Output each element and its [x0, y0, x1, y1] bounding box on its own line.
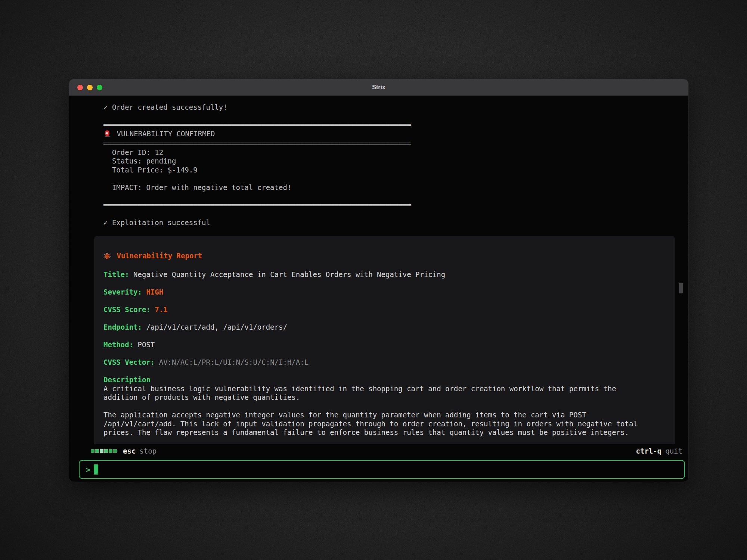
- text-line: [103, 209, 688, 218]
- text-line: CVSS Vector: AV:N/AC:L/PR:L/UI:N/S:U/C:N…: [103, 358, 665, 367]
- text-line: Severity: HIGH: [103, 288, 665, 297]
- text-line: ✓ Order created successfully!: [103, 103, 688, 112]
- esc-key-hint[interactable]: esc: [123, 447, 136, 455]
- input-prompt: >: [86, 465, 90, 474]
- text-cursor: [94, 464, 98, 475]
- text-line: VULNERABILITY CONFIRMED: [103, 130, 688, 140]
- scrollbar-thumb[interactable]: [679, 283, 683, 293]
- text-line: Status: pending: [103, 157, 688, 166]
- text-line: ════════════════════════════════════════…: [103, 201, 688, 210]
- text-line: The application accepts negative integer…: [103, 411, 665, 420]
- siren-icon: [103, 130, 112, 140]
- text-line: Order ID: 12: [103, 148, 688, 157]
- text-line: [103, 279, 665, 288]
- text-line: CVSS Score: 7.1: [103, 305, 665, 314]
- text-line: ════════════════════════════════════════…: [103, 121, 688, 130]
- text-line: Total Price: $-149.9: [103, 166, 688, 175]
- window-title: Strix: [69, 84, 688, 91]
- text-line: prices. The flaw represents a fundamenta…: [103, 428, 665, 437]
- text-line: [103, 297, 665, 306]
- report-lines: Vulnerability Report Title: Negative Qua…: [103, 252, 665, 437]
- spinner: [91, 449, 117, 453]
- text-line: addition of products with negative quant…: [103, 393, 665, 402]
- text-line: IMPACT: Order with negative total create…: [103, 183, 688, 192]
- text-line: Title: Negative Quantity Acceptance in C…: [103, 270, 665, 279]
- spinner-dot: [100, 449, 103, 453]
- spinner-dot: [113, 449, 117, 453]
- text-line: Endpoint: /api/v1/cart/add, /api/v1/orde…: [103, 323, 665, 332]
- footer-statusbar: esc stop ctrl-q quit: [69, 444, 688, 458]
- text-line: [103, 332, 665, 341]
- text-line: [103, 174, 688, 183]
- text-line: [103, 192, 688, 201]
- quit-key-hint[interactable]: ctrl-q: [636, 447, 662, 455]
- text-line: [103, 367, 665, 376]
- strix-window: Strix ✓ Order created successfully! ════…: [69, 79, 688, 482]
- vulnerability-report-panel: Vulnerability Report Title: Negative Qua…: [94, 236, 675, 444]
- text-line: ✓ Exploitation successful: [103, 218, 688, 227]
- window-titlebar[interactable]: Strix: [69, 79, 688, 96]
- text-line: [103, 314, 665, 323]
- command-input[interactable]: >: [79, 460, 685, 479]
- text-line: Vulnerability Report: [103, 252, 665, 262]
- text-line: /api/v1/cart/add. This lack of input val…: [103, 420, 665, 429]
- bug-icon: [103, 252, 112, 262]
- spinner-dot: [109, 449, 112, 453]
- esc-key-label[interactable]: stop: [139, 447, 156, 455]
- spinner-dot: [95, 449, 99, 453]
- terminal-output[interactable]: ✓ Order created successfully! ══════════…: [69, 96, 688, 444]
- text-line: [103, 402, 665, 411]
- text-line: [103, 262, 665, 271]
- spinner-dot: [104, 449, 108, 453]
- text-line: Method: POST: [103, 340, 665, 349]
- spinner-dot: [91, 449, 94, 453]
- text-line: [103, 112, 688, 121]
- terminal-lines: ✓ Order created successfully! ══════════…: [103, 103, 688, 227]
- quit-key-label[interactable]: quit: [665, 447, 682, 455]
- text-line: [103, 349, 665, 358]
- text-line: ════════════════════════════════════════…: [103, 139, 688, 148]
- text-line: A critical business logic vulnerability …: [103, 385, 665, 393]
- text-line: Description: [103, 376, 665, 385]
